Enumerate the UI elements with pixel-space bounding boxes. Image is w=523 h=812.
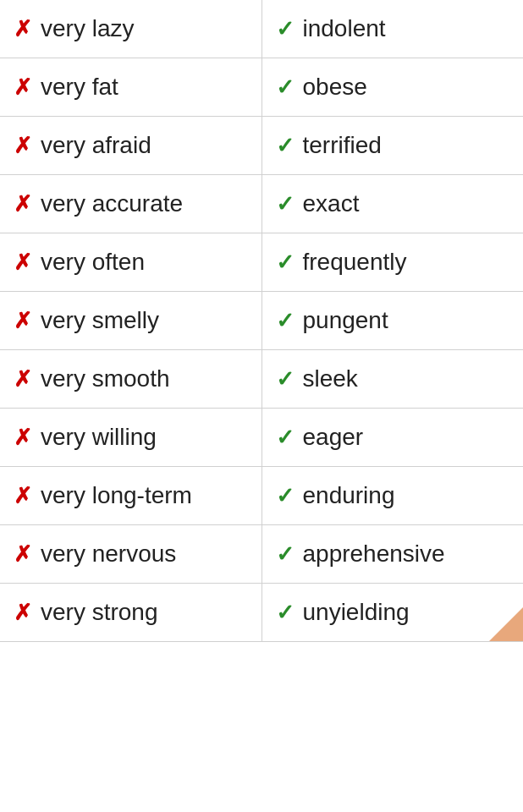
correct-cell: ✓ obese (262, 58, 523, 117)
wrong-word: very willing (41, 424, 157, 451)
correct-cell: ✓ exact (262, 175, 523, 233)
table-row: ✗ very lazy ✓ indolent (0, 0, 523, 58)
x-icon: ✗ (14, 600, 32, 626)
correct-word: eager (303, 424, 364, 451)
table-row: ✗ very fat ✓ obese (0, 58, 523, 117)
check-icon: ✓ (276, 191, 295, 217)
wrong-cell: ✗ very long-term (0, 467, 262, 525)
correct-word: exact (303, 190, 360, 217)
check-icon: ✓ (276, 250, 295, 276)
x-icon: ✗ (14, 133, 32, 159)
table-row: ✗ very smelly ✓ pungent (0, 292, 523, 350)
correct-cell: ✓ sleek (262, 350, 523, 409)
correct-word: frequently (303, 249, 407, 276)
x-icon: ✗ (14, 425, 32, 451)
wrong-cell: ✗ very nervous (0, 525, 262, 584)
x-icon: ✗ (14, 74, 32, 101)
correct-word: unyielding (303, 599, 410, 626)
x-icon: ✗ (14, 308, 32, 334)
correct-cell: ✓ indolent (262, 0, 523, 58)
wrong-cell: ✗ very fat (0, 58, 262, 117)
correct-word: sleek (303, 365, 358, 392)
wrong-word: very accurate (41, 190, 183, 217)
x-icon: ✗ (14, 191, 32, 217)
table-row: ✗ very often ✓ frequently (0, 233, 523, 292)
wrong-cell: ✗ very strong (0, 584, 262, 642)
x-icon: ✗ (14, 541, 32, 568)
check-icon: ✓ (276, 16, 295, 42)
check-icon: ✓ (276, 133, 295, 159)
check-icon: ✓ (276, 366, 295, 392)
correct-cell: ✓ apprehensive (262, 525, 523, 584)
check-icon: ✓ (276, 425, 295, 451)
table-row: ✗ very afraid ✓ terrified (0, 117, 523, 175)
wrong-word: very nervous (41, 540, 176, 568)
wrong-cell: ✗ very lazy (0, 0, 262, 58)
wrong-word: very long-term (41, 482, 192, 509)
x-icon: ✗ (14, 250, 32, 276)
x-icon: ✗ (14, 483, 32, 509)
wrong-cell: ✗ very willing (0, 409, 262, 467)
wrong-word: very afraid (41, 132, 151, 159)
correct-cell: ✓ unyielding (262, 584, 523, 642)
table-row: ✗ very smooth ✓ sleek (0, 350, 523, 409)
wrong-word: very smooth (41, 365, 170, 392)
check-icon: ✓ (276, 600, 295, 626)
wrong-word: very lazy (41, 15, 134, 42)
wrong-cell: ✗ very smelly (0, 292, 262, 350)
correct-word: obese (303, 74, 367, 101)
correct-word: enduring (303, 482, 395, 509)
wrong-cell: ✗ very often (0, 233, 262, 292)
check-icon: ✓ (276, 74, 295, 101)
wrong-word: very smelly (41, 307, 159, 334)
x-icon: ✗ (14, 16, 32, 42)
x-icon: ✗ (14, 366, 32, 392)
wrong-word: very strong (41, 599, 158, 626)
correct-word: terrified (303, 132, 382, 159)
table-row: ✗ very nervous ✓ apprehensive (0, 525, 523, 584)
correct-word: apprehensive (303, 540, 445, 568)
wrong-word: very often (41, 249, 145, 276)
check-icon: ✓ (276, 308, 295, 334)
correct-cell: ✓ pungent (262, 292, 523, 350)
table-row: ✗ very accurate ✓ exact (0, 175, 523, 233)
wrong-cell: ✗ very afraid (0, 117, 262, 175)
wrong-cell: ✗ very smooth (0, 350, 262, 409)
correct-word: pungent (303, 307, 388, 334)
check-icon: ✓ (276, 483, 295, 509)
correct-cell: ✓ eager (262, 409, 523, 467)
check-icon: ✓ (276, 541, 295, 568)
correct-cell: ✓ enduring (262, 467, 523, 525)
correct-word: indolent (303, 15, 386, 42)
table-row: ✗ very willing ✓ eager (0, 409, 523, 467)
correct-cell: ✓ terrified (262, 117, 523, 175)
vocabulary-table: ✗ very lazy ✓ indolent ✗ very fat (0, 0, 523, 642)
wrong-word: very fat (41, 74, 118, 101)
wrong-cell: ✗ very accurate (0, 175, 262, 233)
table-row: ✗ very strong ✓ unyielding (0, 584, 523, 642)
table-row: ✗ very long-term ✓ enduring (0, 467, 523, 525)
correct-cell: ✓ frequently (262, 233, 523, 292)
